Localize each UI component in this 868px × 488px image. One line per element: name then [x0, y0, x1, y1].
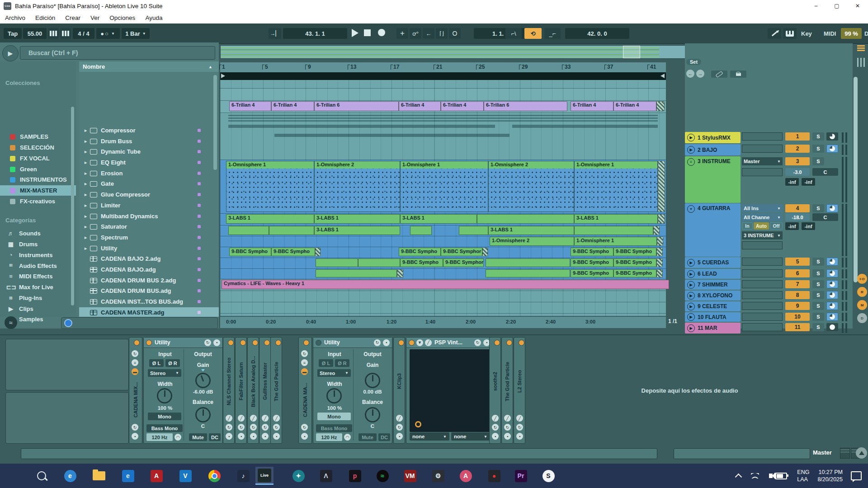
wrench-icon[interactable]: ╱ — [250, 415, 257, 422]
arrangement-clip[interactable]: 9-BBC Sympho — [571, 269, 613, 277]
forward-arrow-button[interactable]: → — [696, 70, 704, 78]
menu-item[interactable]: Edición — [30, 12, 60, 23]
arrangement-clip[interactable]: 9-BBC Sympho — [399, 248, 441, 256]
device-title-bar[interactable]: Utility ↻ ▪ — [144, 338, 222, 348]
wrench-icon[interactable]: ╱ — [425, 339, 432, 346]
list-icon[interactable]: ≡ — [132, 359, 138, 366]
arrangement-clip[interactable]: 6-Trilian 4 — [441, 101, 484, 111]
solo-button[interactable]: S — [812, 132, 824, 141]
arrangement-clip[interactable]: 9-BBC Sympho — [400, 258, 443, 267]
browser-file[interactable]: ▸ Multiband Dynamics — [79, 211, 219, 221]
midi-clip[interactable]: 1-Omnisphere 2 — [488, 161, 574, 212]
plugin-strip-kclip3[interactable]: KClip3 ╱ ↻ ▪ — [393, 337, 405, 444]
dc-button[interactable]: DC — [209, 433, 221, 441]
solo-button[interactable]: S — [812, 313, 824, 321]
width-value[interactable]: 100 % — [147, 405, 183, 411]
unfold-icon[interactable]: ▶ — [687, 259, 695, 267]
mixer-section-toggle[interactable]: D — [857, 313, 867, 323]
hot-swap-icon[interactable]: ↻ — [250, 424, 257, 431]
wrench-icon[interactable]: ╱ — [516, 415, 523, 422]
routing-box[interactable] — [742, 132, 783, 141]
wrench-icon[interactable]: ╱ — [262, 415, 269, 422]
unfold-icon[interactable]: ▶ — [687, 146, 695, 154]
ableton-live-icon[interactable]: Live — [255, 467, 274, 485]
hot-swap-icon[interactable]: ↻ — [301, 424, 308, 431]
meter-peak-left[interactable]: -inf — [785, 178, 799, 186]
browser-file[interactable]: ▸ Saturator — [79, 221, 219, 232]
mixer-section-toggle[interactable]: I·O — [857, 274, 867, 284]
browser-collapse-button[interactable]: ▶ — [2, 45, 19, 61]
track-activator[interactable]: 2 — [785, 145, 810, 153]
voicemeeter-icon[interactable]: VM — [401, 467, 419, 485]
bass-mono-button[interactable]: Bass Mono — [146, 424, 183, 432]
hamburger-icon[interactable] — [857, 45, 865, 52]
routing-box[interactable] — [742, 269, 783, 277]
save-icon[interactable]: ▪ — [238, 433, 245, 440]
browser-file[interactable]: CADENA DRUM BUS.adg — [79, 286, 219, 296]
arrangement-clip[interactable]: 9-BBC Sympho — [613, 248, 656, 256]
scrub-area[interactable] — [220, 72, 666, 80]
minimize-button[interactable]: – — [806, 0, 826, 12]
channel-mode-select[interactable]: Stereo▼ — [317, 369, 351, 377]
mono-button[interactable]: Mono — [148, 413, 181, 420]
app-p-icon[interactable]: p — [346, 467, 364, 485]
category-item[interactable]: ᴵᴵᴵ Audio Effects — [0, 261, 76, 271]
browser-file[interactable]: ▸ Gate — [79, 178, 219, 189]
wrench-icon[interactable]: ╱ — [273, 415, 280, 422]
browser-file[interactable]: ▸ Spectrum — [79, 232, 219, 243]
arrangement-clip[interactable]: 6-Trilian 6 — [484, 101, 567, 111]
midi-clip[interactable]: 1-Omnisphere 1 — [400, 161, 488, 212]
solo-button[interactable]: S — [812, 280, 824, 288]
width-knob[interactable] — [326, 388, 342, 404]
midi-map-button[interactable]: MIDI — [824, 30, 836, 37]
track-7-shimmer[interactable]: ▶ 7 SHIMMER 7 S — [685, 280, 853, 290]
track-6-lead[interactable]: ▶ 6 LEAD 6 S — [685, 269, 853, 279]
track-4-guitarra-group[interactable]: ▼ 4 GUITARRA All Ins▼ All Channe▼ In Aut… — [685, 203, 853, 257]
arrangement-clip[interactable] — [410, 226, 432, 235]
arrangement-clip[interactable]: 1-Omnisphere 1 — [574, 237, 657, 246]
plugin-panel[interactable] — [410, 349, 490, 432]
arrangement-clip[interactable] — [459, 226, 488, 235]
device-activator-led[interactable] — [146, 340, 152, 346]
unfold-icon[interactable]: ▶ — [687, 292, 695, 300]
wrench-icon[interactable]: ╱ — [492, 415, 499, 422]
browser-file[interactable]: CADENA BAJO 2.adg — [79, 253, 219, 264]
routing-box[interactable] — [742, 258, 783, 266]
save-icon[interactable]: ▪ — [226, 433, 232, 440]
browser-file[interactable]: ▸ EQ Eight — [79, 157, 219, 168]
menu-item[interactable]: Opciones — [104, 12, 140, 23]
arrangement-clip[interactable] — [316, 258, 358, 267]
track-lane[interactable] — [220, 291, 666, 302]
device-title-bar[interactable]: Utility ↻ ▪ — [313, 338, 392, 348]
routing-box[interactable] — [742, 302, 783, 310]
solo-button[interactable]: S — [812, 291, 824, 299]
device-activator-led[interactable] — [506, 340, 512, 346]
vscode-icon[interactable]: V — [176, 467, 194, 485]
arrangement-clip[interactable]: 9-BBC Symphor — [443, 258, 484, 267]
save-icon[interactable]: ▪ — [262, 433, 269, 440]
nudge-up-button[interactable] — [60, 28, 71, 39]
track-lane[interactable] — [220, 302, 666, 314]
width-value[interactable]: 100 % — [317, 405, 352, 411]
browser-file[interactable]: ▸ Utility — [79, 243, 219, 253]
arrangement-clip[interactable]: 9-BBC Symphor — [441, 248, 482, 256]
arrangement-clip[interactable]: 9-BBC Sympho — [229, 248, 271, 256]
track-activator[interactable]: 8 — [785, 291, 810, 299]
collection-item[interactable]: FX-creativos — [0, 196, 76, 206]
hot-swap-icon[interactable]: ↻ — [516, 424, 523, 431]
arm-button[interactable] — [826, 313, 838, 321]
language-indicator[interactable]: ENGLAA — [797, 469, 809, 483]
routing-box[interactable] — [742, 323, 783, 331]
arm-button[interactable] — [826, 291, 838, 299]
wrench-icon[interactable]: ╱ — [396, 415, 403, 422]
balance-value[interactable]: C — [355, 423, 390, 429]
arm-button[interactable] — [826, 280, 838, 288]
menu-item[interactable]: Ver — [85, 12, 104, 23]
volume-field[interactable]: -18.0 — [785, 213, 810, 221]
arm-button[interactable] — [826, 302, 838, 310]
arrangement-clip[interactable] — [486, 258, 570, 267]
track-1-stylusrmx[interactable]: ▶ 1 StylusRMX 1 S — [685, 132, 853, 144]
sidebar-scrollbar[interactable] — [71, 107, 74, 305]
similarity-search-icon[interactable]: ≈ — [5, 316, 17, 329]
musescore-icon[interactable]: ♪ — [234, 467, 252, 485]
